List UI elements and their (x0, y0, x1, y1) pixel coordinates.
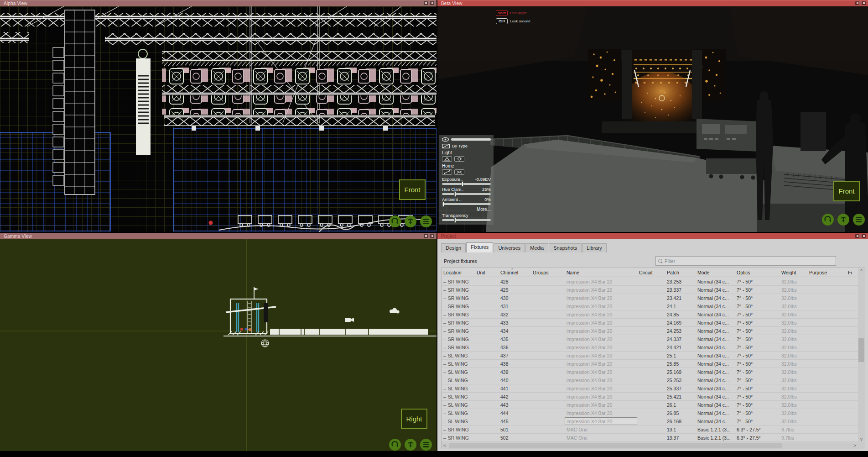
beta-view-window: Beta View (437, 0, 868, 232)
beta-pan-button[interactable] (837, 214, 849, 226)
alpha-titlebar[interactable]: Alpha View (0, 0, 437, 6)
row-collapse-dash: – (443, 369, 446, 375)
alpha-close-button[interactable] (430, 1, 435, 5)
alpha-pan-button[interactable] (405, 215, 416, 227)
column-header-mode[interactable]: Mode (696, 268, 735, 277)
row-collapse-dash: – (443, 336, 446, 342)
table-row[interactable]: –SR WING435impression X4 Bar 2024.337Nor… (442, 335, 858, 343)
table-row[interactable]: –SR WING502MAC One13.37Basic 1.2.1 (3...… (442, 434, 858, 442)
more-link[interactable]: More... (442, 207, 491, 212)
pan-icon (840, 216, 847, 223)
fixtures-table-body: –SR WING428impression X4 Bar 2023.253Nor… (442, 278, 858, 442)
beta-titlebar[interactable]: Beta View (437, 0, 868, 6)
visibility-slider[interactable] (451, 138, 491, 141)
beta-maximize-button[interactable] (855, 1, 860, 5)
gamma-pan-button[interactable] (405, 439, 416, 451)
home-position-button[interactable] (442, 169, 452, 175)
alpha-orbit-button[interactable] (389, 215, 401, 227)
horizontal-scrollbar[interactable]: < > (442, 442, 858, 449)
column-header-name[interactable]: Name (565, 268, 637, 277)
table-row[interactable]: –SR WING430impression X4 Bar 2023.421Nor… (442, 294, 858, 302)
home-crossing-button[interactable] (454, 169, 464, 175)
gamma-maximize-button[interactable] (423, 234, 428, 238)
table-row[interactable]: –SR WING432impression X4 Bar 2024.85Norm… (442, 310, 858, 319)
light-beams-button[interactable] (442, 156, 452, 162)
beta-orbit-button[interactable] (822, 214, 834, 226)
table-row[interactable]: –SL WING445impression X4 Bar 2026.169Nor… (442, 417, 858, 425)
beta-close-button[interactable] (861, 1, 866, 5)
table-row[interactable]: –SR WING433impression X4 Bar 2024.169Nor… (442, 319, 858, 327)
table-row[interactable]: –SR WING431impression X4 Bar 2024.1Norma… (442, 302, 858, 310)
filter-input[interactable] (665, 258, 833, 264)
beta-canvas[interactable]: ShiftFree-flightCtrlLook around By Type … (437, 6, 868, 232)
project-maximize-button[interactable] (855, 234, 860, 238)
column-header-weight[interactable]: Weight (780, 268, 807, 277)
beam-icon (444, 157, 450, 161)
column-header-purpose[interactable]: Purpose (807, 268, 846, 277)
vertical-scrollbar[interactable]: ^ v (858, 268, 865, 442)
exposure-slider[interactable] (442, 183, 491, 185)
hue-clamp-slider[interactable] (442, 193, 491, 195)
table-row[interactable]: –SR WING434impression X4 Bar 2024.253Nor… (442, 327, 858, 335)
table-row[interactable]: –SL WING441impression X4 Bar 2025.337Nor… (442, 384, 858, 393)
table-row[interactable]: –SR WING429impression X4 Bar 2023.337Nor… (442, 286, 858, 294)
table-row[interactable]: –SL WING438impression X4 Bar 2025.85Norm… (442, 360, 858, 368)
scroll-right-icon[interactable]: > (852, 442, 858, 449)
column-header-patch[interactable]: Patch (665, 268, 696, 277)
hscroll-thumb[interactable] (449, 443, 782, 448)
scroll-down-icon[interactable]: v (858, 436, 865, 442)
table-row[interactable]: –SL WING444impression X4 Bar 2026.85Norm… (442, 409, 858, 417)
light-halo-button[interactable] (454, 156, 464, 162)
column-header-circuit[interactable]: Circuit (637, 268, 665, 277)
table-row[interactable]: –SL WING443impression X4 Bar 2026.1Norma… (442, 401, 858, 409)
tab-snapshots[interactable]: Snapshots (549, 243, 582, 252)
beta-menu-button[interactable] (853, 214, 865, 226)
alpha-maximize-button[interactable] (423, 1, 428, 5)
gamma-orbit-button[interactable] (389, 439, 401, 451)
table-row[interactable]: –SR WING436impression X4 Bar 2024.421Nor… (442, 343, 858, 352)
vscroll-thumb[interactable] (858, 338, 864, 362)
beta-title: Beta View (441, 1, 463, 6)
hue-clamp-value: 25% (482, 187, 491, 192)
transparency-slider[interactable] (442, 219, 491, 221)
project-panel-body: DesignFixturesUniversesMediaSnapshotsLib… (437, 239, 868, 451)
tab-universes[interactable]: Universes (494, 243, 525, 252)
by-type-label[interactable]: By Type (452, 143, 468, 148)
tab-design[interactable]: Design (441, 243, 466, 252)
gamma-canvas[interactable]: Right (0, 239, 437, 451)
gamma-menu-button[interactable] (420, 439, 432, 451)
row-collapse-dash: – (443, 345, 446, 350)
column-header-groups[interactable]: Groups (531, 268, 565, 277)
gamma-titlebar[interactable]: Gamma View (0, 233, 437, 239)
table-row[interactable]: –SR WING428impression X4 Bar 2023.253Nor… (442, 278, 858, 286)
tab-fixtures[interactable]: Fixtures (466, 242, 493, 252)
table-row[interactable]: –SL WING440impression X4 Bar 2025.253Nor… (442, 376, 858, 384)
table-row[interactable]: –SR WING501MAC One13.1Basic 1.2.1 (3...6… (442, 425, 858, 434)
halo-icon (456, 157, 463, 161)
tab-media[interactable]: Media (525, 243, 548, 252)
fixtures-table: LocationUnitChannel^GroupsNameCircuitPat… (441, 268, 865, 449)
table-row[interactable]: –SL WING439impression X4 Bar 2025.169Nor… (442, 368, 858, 376)
project-close-button[interactable] (861, 234, 866, 238)
table-row[interactable]: –SL WING437impression X4 Bar 2025.1Norma… (442, 352, 858, 360)
alpha-canvas[interactable]: Front (0, 6, 437, 232)
column-header-optics[interactable]: Optics (735, 268, 780, 277)
tab-library[interactable]: Library (582, 243, 607, 252)
scroll-left-icon[interactable]: < (442, 442, 448, 449)
eye-icon (442, 137, 449, 142)
fixtures-table-header[interactable]: LocationUnitChannel^GroupsNameCircuitPat… (442, 268, 858, 277)
ambient-slider[interactable] (442, 203, 491, 205)
alpha-menu-button[interactable] (420, 215, 432, 227)
column-header-fi[interactable]: Fi (846, 268, 858, 277)
keyhint-free-flight: ShiftFree-flight (496, 10, 530, 16)
project-titlebar[interactable]: Project (437, 233, 868, 239)
column-header-location[interactable]: Location (442, 268, 475, 277)
row-collapse-dash: – (443, 410, 446, 416)
column-header-channel[interactable]: Channel^ (499, 268, 531, 277)
gamma-close-button[interactable] (430, 234, 435, 238)
table-row[interactable]: –SL WING442impression X4 Bar 2025.421Nor… (442, 393, 858, 401)
alpha-red-marker (209, 221, 213, 225)
beta-3d-scene (437, 6, 868, 232)
scroll-up-icon[interactable]: ^ (858, 268, 865, 274)
column-header-unit[interactable]: Unit (475, 268, 499, 277)
